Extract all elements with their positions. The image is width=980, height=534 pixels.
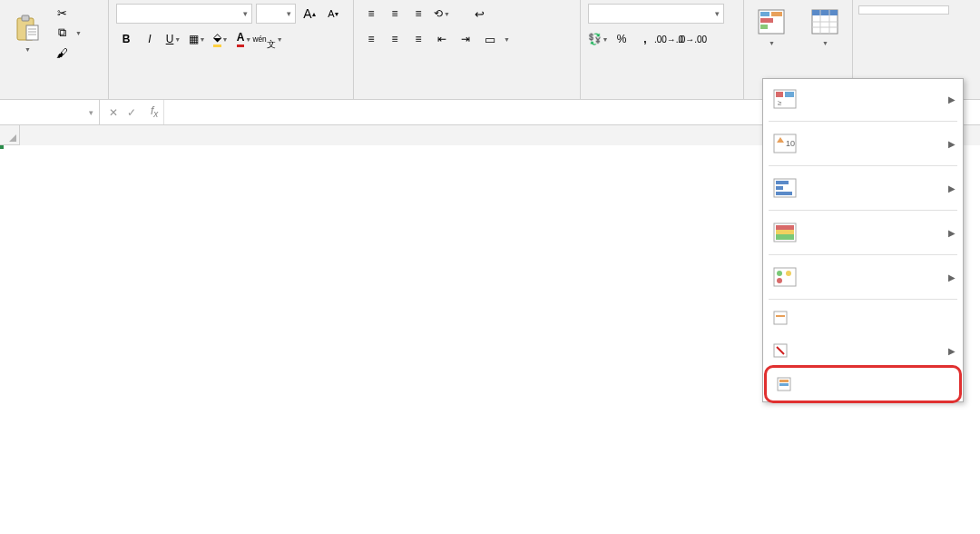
chevron-down-icon: ▼: [222, 36, 229, 43]
number-format-select[interactable]: [588, 4, 724, 24]
align-center-button[interactable]: ≡: [385, 29, 405, 49]
orientation-button[interactable]: ⟲▼: [432, 4, 452, 24]
clipboard-group-label: [7, 95, 101, 97]
svg-rect-19: [785, 92, 794, 97]
svg-rect-18: [776, 92, 783, 97]
font-color-button[interactable]: A▼: [234, 29, 254, 49]
align-middle-button[interactable]: ≡: [385, 4, 405, 24]
svg-rect-31: [776, 234, 794, 240]
copy-button[interactable]: ⧉▼: [51, 24, 85, 42]
svg-rect-2: [26, 25, 38, 40]
indent-increase-button[interactable]: ⇥: [456, 29, 475, 49]
ribbon-group-clipboard: ▼ ✂ ⧉▼ 🖌: [0, 0, 109, 99]
chevron-down-icon: ▼: [277, 36, 283, 43]
svg-rect-30: [776, 230, 794, 234]
paste-button[interactable]: ▼: [7, 10, 47, 56]
chevron-right-icon: ▶: [948, 272, 956, 282]
style-normal[interactable]: [858, 5, 949, 15]
ribbon-group-font: A▴ A▾ B I U▼ ▦▼ ⬙▼ A▼ wén文▼: [109, 0, 354, 99]
font-family-select[interactable]: [116, 4, 252, 24]
svg-rect-42: [779, 383, 789, 386]
border-button[interactable]: ▦▼: [187, 29, 207, 49]
cf-icon-sets[interactable]: ▶: [763, 257, 963, 297]
decrease-decimal-button[interactable]: .0→.00: [682, 29, 702, 49]
ribbon-group-alignment: ≡ ≡ ≡ ⟲▼ ↩ ≡ ≡ ≡ ⇤ ⇥ ▭▼: [354, 0, 581, 99]
font-size-select[interactable]: [256, 4, 296, 24]
align-right-button[interactable]: ≡: [408, 29, 428, 49]
svg-rect-9: [760, 18, 773, 23]
svg-rect-37: [776, 315, 785, 317]
conditional-format-menu: ≥ ▶ 10 ▶ ▶ ▶ ▶ ▶: [762, 78, 964, 402]
phonetic-button[interactable]: wén文▼: [258, 29, 278, 49]
chevron-down-icon: ▼: [200, 36, 206, 43]
underline-button[interactable]: U▼: [163, 29, 183, 49]
svg-text:10: 10: [786, 139, 795, 148]
cancel-formula-button[interactable]: ✕: [109, 106, 118, 119]
cf-manage-rules[interactable]: [764, 365, 962, 403]
format-painter-button[interactable]: 🖌: [51, 44, 85, 62]
decrease-font-button[interactable]: A▾: [323, 4, 343, 24]
increase-font-button[interactable]: A▴: [299, 4, 319, 24]
scissors-icon: ✂: [54, 5, 69, 20]
chevron-down-icon: ▼: [822, 40, 828, 46]
svg-rect-32: [774, 268, 796, 286]
percent-button[interactable]: %: [612, 29, 632, 49]
svg-rect-29: [776, 225, 794, 230]
align-bottom-button[interactable]: ≡: [408, 4, 428, 24]
select-all-corner[interactable]: [0, 125, 20, 145]
number-group-label: [588, 95, 736, 97]
cf-highlight-rules[interactable]: ≥ ▶: [763, 79, 963, 119]
alignment-group-label: [361, 95, 573, 97]
chevron-right-icon: ▶: [948, 228, 956, 238]
currency-button[interactable]: 💱▼: [588, 29, 608, 49]
svg-rect-25: [776, 181, 789, 184]
svg-rect-41: [779, 380, 789, 382]
svg-rect-27: [776, 192, 792, 195]
font-group-label: [116, 95, 346, 97]
svg-rect-1: [22, 15, 29, 21]
chevron-right-icon: ▶: [948, 183, 956, 193]
bold-button[interactable]: B: [116, 29, 136, 49]
cf-color-scales[interactable]: ▶: [763, 213, 963, 252]
merge-icon: ▭: [483, 32, 497, 46]
ribbon-group-number: 💱▼ % , .00→.0 .0→.00: [581, 0, 744, 99]
confirm-formula-button[interactable]: ✓: [127, 106, 136, 119]
paintbrush-icon: 🖌: [54, 45, 69, 60]
chevron-down-icon: ▼: [75, 30, 82, 36]
cf-clear-rules[interactable]: ▶: [763, 334, 963, 367]
copy-icon: ⧉: [54, 25, 69, 40]
fill-color-button[interactable]: ⬙▼: [211, 29, 230, 49]
formula-buttons: ✕ ✓: [100, 106, 145, 119]
italic-button[interactable]: I: [140, 29, 160, 49]
svg-rect-8: [771, 12, 782, 16]
cf-new-rule[interactable]: [763, 302, 963, 334]
chevron-down-icon: ▼: [769, 40, 775, 46]
wrap-text-button[interactable]: ↩: [468, 5, 493, 23]
cf-data-bars[interactable]: ▶: [763, 168, 963, 208]
cut-button[interactable]: ✂: [51, 4, 85, 22]
conditional-format-button[interactable]: ▼: [751, 4, 791, 50]
svg-rect-36: [774, 312, 787, 324]
indent-decrease-button[interactable]: ⇤: [432, 29, 452, 49]
svg-rect-7: [760, 12, 769, 16]
wrap-icon: ↩: [472, 6, 486, 21]
svg-rect-10: [760, 25, 768, 29]
comma-button[interactable]: ,: [635, 29, 655, 49]
increase-decimal-button[interactable]: .00→.0: [659, 29, 679, 49]
chevron-right-icon: ▶: [948, 94, 956, 104]
name-box[interactable]: [0, 100, 100, 124]
svg-text:≥: ≥: [778, 99, 782, 107]
chevron-down-icon: ▼: [504, 36, 510, 43]
align-top-button[interactable]: ≡: [361, 4, 381, 24]
svg-rect-12: [812, 10, 838, 15]
chevron-down-icon: ▼: [24, 46, 31, 53]
fx-icon[interactable]: fx: [145, 104, 163, 119]
table-format-button[interactable]: ▼: [805, 4, 845, 50]
svg-rect-26: [776, 186, 783, 190]
selection-border: [0, 145, 4, 149]
cf-top-bottom[interactable]: 10 ▶: [763, 124, 963, 163]
chevron-down-icon: ▼: [444, 11, 450, 17]
merge-center-button[interactable]: ▭▼: [479, 30, 514, 48]
svg-point-34: [786, 271, 791, 276]
align-left-button[interactable]: ≡: [361, 29, 381, 49]
